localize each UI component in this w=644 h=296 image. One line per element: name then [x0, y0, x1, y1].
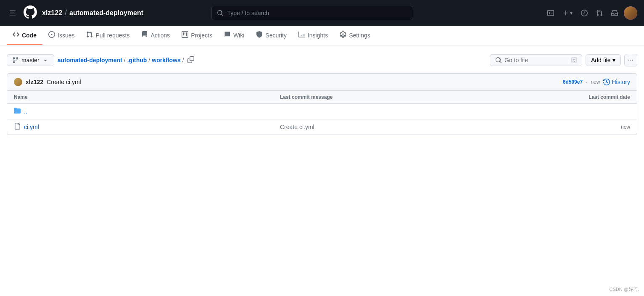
breadcrumb-separator: / — [65, 8, 67, 17]
folder-icon — [14, 107, 21, 116]
header-actions: ▾ — [545, 6, 637, 20]
tab-issues[interactable]: Issues — [42, 26, 80, 45]
tab-settings[interactable]: Settings — [334, 26, 376, 45]
table-row: ci.yml Create ci.yml now — [7, 119, 637, 135]
history-label: History — [612, 79, 630, 85]
breadcrumb-repo[interactable]: automated-deployment — [58, 57, 122, 63]
file-table-header: Name Last commit message Last commit dat… — [7, 91, 637, 104]
more-options-icon: ··· — [628, 56, 633, 63]
tab-projects[interactable]: Projects — [176, 26, 218, 45]
header-repo-link[interactable]: automated-deployment — [69, 9, 143, 17]
search-placeholder: Type / to search — [227, 10, 269, 16]
col-last-date: Last commit date — [546, 94, 630, 100]
col-last-commit: Last commit message — [280, 94, 546, 100]
tab-pull-requests[interactable]: Pull requests — [80, 26, 135, 45]
repo-nav: Code Issues Pull requests Actions Projec… — [0, 26, 644, 45]
date-cell: now — [546, 124, 630, 130]
github-logo[interactable] — [24, 5, 37, 20]
breadcrumb-sep-3: / — [182, 57, 184, 63]
tab-actions[interactable]: Actions — [135, 26, 176, 45]
tab-code-label: Code — [22, 32, 37, 39]
commit-author-avatar — [14, 78, 22, 86]
commit-msg-link[interactable]: Create ci.yml — [280, 124, 314, 130]
actions-icon — [141, 31, 148, 39]
tab-issues-label: Issues — [58, 32, 74, 39]
commit-msg-cell: Create ci.yml — [280, 124, 546, 130]
tab-security-label: Security — [265, 32, 287, 39]
projects-icon — [182, 31, 188, 39]
file-link-ciyml[interactable]: ci.yml — [24, 124, 39, 130]
breadcrumb-path: automated-deployment / .github / workflo… — [58, 55, 486, 66]
main-content: master automated-deployment / .github / … — [0, 45, 644, 143]
hamburger-button[interactable] — [7, 7, 18, 19]
header-user-link[interactable]: xlz122 — [42, 9, 62, 17]
terminal-button[interactable] — [545, 7, 557, 19]
breadcrumb-sep-1: / — [124, 57, 126, 63]
settings-icon — [340, 31, 346, 39]
tab-settings-label: Settings — [349, 32, 370, 39]
branch-name: master — [21, 57, 40, 63]
go-to-file-button[interactable]: Go to file t — [490, 54, 582, 66]
toolbar-right: Go to file t Add file ▾ ··· — [490, 54, 637, 66]
create-button[interactable]: ▾ — [560, 7, 575, 19]
table-row: .. — [7, 104, 637, 119]
breadcrumb-workflows[interactable]: workflows — [152, 57, 180, 63]
add-file-label: Add file — [591, 57, 611, 63]
copy-path-button[interactable] — [186, 55, 196, 66]
file-icon — [14, 123, 21, 131]
go-to-file-shortcut: t — [571, 57, 577, 63]
tab-insights[interactable]: Insights — [293, 26, 334, 45]
breadcrumb-sep-2: / — [148, 57, 150, 63]
inbox-button[interactable] — [609, 7, 620, 19]
breadcrumb-github[interactable]: .github — [127, 57, 147, 63]
issues-icon — [48, 31, 55, 39]
file-table: Name Last commit message Last commit dat… — [7, 91, 637, 135]
tab-wiki[interactable]: Wiki — [218, 26, 250, 45]
tab-insights-label: Insights — [308, 32, 328, 39]
commit-author-name[interactable]: xlz122 — [26, 79, 43, 85]
pr-icon — [86, 31, 93, 39]
add-file-dropdown-icon: ▾ — [612, 57, 615, 63]
commit-meta-separator: · — [586, 79, 587, 85]
avatar[interactable] — [624, 6, 637, 20]
commit-hash-link[interactable]: 6d509e7 — [563, 79, 583, 85]
commit-bar: xlz122 Create ci.yml 6d509e7 · now Histo… — [7, 73, 637, 91]
branch-selector[interactable]: master — [7, 54, 54, 66]
file-name-cell: ci.yml — [14, 123, 280, 131]
header-breadcrumb: xlz122 / automated-deployment — [42, 8, 143, 17]
more-options-button[interactable]: ··· — [624, 54, 637, 66]
tab-projects-label: Projects — [191, 32, 212, 39]
pullrequest-button[interactable] — [594, 7, 605, 19]
commit-message: Create ci.yml — [47, 79, 81, 85]
code-icon — [13, 31, 19, 39]
add-file-button[interactable]: Add file ▾ — [586, 54, 621, 66]
parent-dir-link[interactable]: .. — [24, 108, 27, 115]
history-button[interactable]: History — [603, 79, 630, 85]
tab-code[interactable]: Code — [7, 26, 42, 45]
tab-wiki-label: Wiki — [233, 32, 244, 39]
tab-actions-label: Actions — [150, 32, 170, 39]
go-to-file-label: Go to file — [504, 57, 528, 63]
commit-meta: 6d509e7 · now History — [563, 79, 630, 85]
tab-pull-requests-label: Pull requests — [95, 32, 129, 39]
security-icon — [256, 31, 263, 39]
wiki-icon — [224, 31, 231, 39]
insights-icon — [298, 31, 305, 39]
tab-security[interactable]: Security — [250, 26, 293, 45]
file-name-cell: .. — [14, 107, 280, 116]
toolbar-row: master automated-deployment / .github / … — [7, 54, 637, 66]
timer-button[interactable] — [578, 7, 590, 19]
search-container: Type / to search — [211, 6, 413, 20]
header: xlz122 / automated-deployment Type / to … — [0, 0, 644, 26]
commit-time: now — [591, 79, 600, 85]
col-name: Name — [14, 94, 280, 100]
search-input[interactable]: Type / to search — [211, 6, 413, 20]
